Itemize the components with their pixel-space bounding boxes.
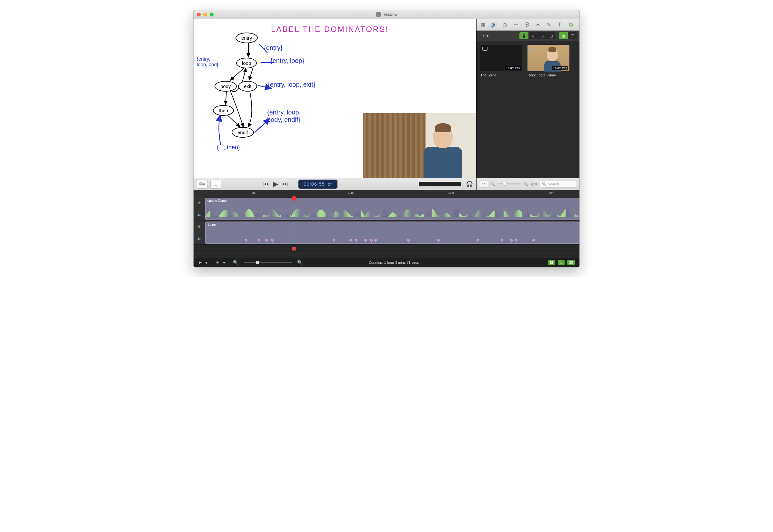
track-header[interactable]: 👁🔈 bbox=[193, 197, 205, 221]
annot-then: {..., then} bbox=[217, 144, 240, 151]
timeline-marker[interactable] bbox=[332, 239, 335, 241]
timeline-marker[interactable] bbox=[271, 239, 273, 241]
gear-icon[interactable]: ⚙▾ bbox=[531, 182, 537, 187]
eye-icon[interactable]: 👁 bbox=[197, 225, 201, 229]
timeline-marker[interactable] bbox=[245, 239, 247, 241]
forward-button[interactable]: ⏭ bbox=[282, 181, 288, 187]
timeline-marker[interactable] bbox=[515, 239, 518, 241]
picture-in-picture[interactable] bbox=[363, 113, 476, 178]
timeline-marker[interactable] bbox=[355, 239, 357, 241]
media-item-title: The Spine bbox=[481, 73, 522, 77]
timeline-marker[interactable] bbox=[510, 239, 513, 241]
timeline-marker[interactable] bbox=[258, 239, 260, 241]
titlebar[interactable]: lesson5 bbox=[193, 10, 580, 19]
zoom-out-icon[interactable]: 🔍 bbox=[233, 260, 238, 265]
timeline-marker[interactable] bbox=[437, 239, 440, 241]
track-row[interactable]: 👁🔈 Spine bbox=[193, 221, 580, 245]
timeline-zoom-slider[interactable] bbox=[243, 262, 292, 263]
display-icon[interactable]: ▭ bbox=[513, 22, 519, 28]
timeline[interactable]: 5m 10m 15m 20m 👁🔈 cubate Camo bbox=[193, 190, 580, 258]
magnify-in-icon[interactable]: 🔍 bbox=[523, 182, 528, 186]
filter-button[interactable]: ⧩ bbox=[479, 181, 488, 188]
speaker-icon[interactable]: 🔈 bbox=[197, 236, 202, 241]
rewind-button[interactable]: ⏮ bbox=[263, 181, 269, 187]
tab-music[interactable]: ♫ bbox=[529, 32, 538, 39]
link-icon[interactable]: ⚯ bbox=[535, 22, 541, 28]
media-item[interactable]: 1h 3m 21s Reincubate Camo bbox=[528, 45, 570, 174]
monitor-icon bbox=[530, 47, 535, 51]
media-browser[interactable]: 1h 3m 21s The Spine 1h 3m 21s Reincubate… bbox=[477, 41, 580, 178]
search-icon: 🔍 bbox=[542, 182, 547, 186]
zoom-in-icon[interactable]: 🔍 bbox=[297, 260, 302, 265]
timeline-ruler[interactable]: 5m 10m 15m 20m bbox=[193, 190, 580, 197]
pencil-icon[interactable]: ✎ bbox=[546, 22, 552, 28]
view-list-button[interactable]: ☰ bbox=[568, 32, 577, 39]
effects-icon[interactable]: ⧉ bbox=[568, 22, 574, 28]
timeline-tracks[interactable]: 👁🔈 cubate Camo 👁🔈 Spine bbox=[193, 197, 580, 251]
speaker-icon[interactable]: 🔈 bbox=[197, 212, 202, 217]
timeline-clip[interactable]: cubate Camo bbox=[205, 198, 580, 220]
playhead[interactable] bbox=[294, 197, 294, 251]
timer-icon[interactable]: ◷ bbox=[502, 22, 508, 28]
whiteboard-heading: Label the dominators! bbox=[271, 25, 389, 34]
timeline-marker[interactable] bbox=[349, 239, 352, 241]
search-placeholder: Search bbox=[548, 182, 559, 186]
preview-canvas[interactable]: Label the dominators! bbox=[193, 19, 476, 178]
text-icon[interactable]: T bbox=[557, 22, 563, 28]
sidebar-toolbar: ▦ 🔊 ◷ ▭ ⦿ ⚯ ✎ T ⧉ bbox=[477, 19, 580, 31]
sidebar-tabs: ＋▾ 📱 ♫ ⊕ ⊞ ⊞ ☰ bbox=[477, 31, 580, 41]
monitor-icon bbox=[482, 47, 488, 51]
node-loop: loop bbox=[236, 58, 257, 68]
thumbnail-toggle[interactable]: 🖼 bbox=[548, 260, 555, 265]
timecode-display[interactable]: 00:06:55 27 bbox=[298, 180, 338, 189]
timeline-marker[interactable] bbox=[407, 239, 410, 241]
thumb-zoom-slider[interactable] bbox=[498, 183, 521, 184]
node-then: then bbox=[213, 105, 234, 116]
headphones-icon[interactable]: 🎧 bbox=[466, 181, 473, 188]
window-title-wrap: lesson5 bbox=[193, 12, 580, 17]
add-menu[interactable]: ▾ bbox=[223, 260, 225, 265]
timeline-marker[interactable] bbox=[532, 239, 535, 241]
view-grid-button[interactable]: ⊞ bbox=[559, 32, 568, 39]
timeline-marker[interactable] bbox=[501, 239, 503, 241]
record-screen-icon[interactable]: ▦ bbox=[480, 22, 486, 28]
timeline-marker[interactable] bbox=[370, 239, 372, 241]
timeline-marker[interactable] bbox=[374, 239, 377, 241]
node-body: body bbox=[214, 81, 237, 92]
play-button[interactable]: ▶ bbox=[273, 180, 278, 188]
add-media-button[interactable]: ＋▾ bbox=[479, 33, 491, 39]
annot-exit: {entry, loop, exit} bbox=[268, 81, 319, 88]
timeline-clip[interactable]: Spine bbox=[205, 222, 580, 244]
svg-line-1 bbox=[230, 68, 244, 80]
timeline-marker[interactable] bbox=[477, 239, 479, 241]
pointer-menu[interactable]: ▾ bbox=[205, 260, 207, 265]
window-title: lesson5 bbox=[382, 12, 397, 17]
svg-line-2 bbox=[249, 68, 253, 80]
tab-web[interactable]: ⊕ bbox=[538, 32, 547, 39]
duration-label: Duration: 1 hour 3 mins 21 secs bbox=[369, 261, 419, 264]
timeline-marker[interactable] bbox=[265, 239, 268, 241]
magnify-out-icon[interactable]: 🔍 bbox=[491, 182, 496, 186]
crop-button[interactable]: ⟂ bbox=[210, 180, 221, 189]
media-item[interactable]: 1h 3m 21s The Spine bbox=[481, 45, 522, 174]
svg-line-4 bbox=[227, 115, 240, 127]
eye-icon[interactable]: 👁 bbox=[197, 201, 201, 205]
layout-button[interactable]: ⧉» bbox=[197, 180, 208, 189]
transport-bar: ⧉» ⟂ ⏮ ▶ ⏭ 00:06:55 27 🎧 bbox=[193, 178, 476, 190]
ruler-tick: 10m bbox=[348, 191, 353, 194]
add-button[interactable]: ＋ bbox=[215, 260, 220, 265]
tab-mobile[interactable]: 📱 bbox=[520, 32, 529, 39]
pointer-tool[interactable]: ➤ bbox=[198, 260, 202, 265]
track-row[interactable]: 👁🔈 cubate Camo bbox=[193, 197, 580, 221]
timeline-marker[interactable] bbox=[364, 239, 367, 241]
ruler-tick: 20m bbox=[549, 191, 554, 194]
fps-badge[interactable]: 30 bbox=[567, 260, 575, 265]
track-header[interactable]: 👁🔈 bbox=[193, 221, 205, 244]
audio-icon[interactable]: 🔊 bbox=[491, 22, 497, 28]
tab-grid[interactable]: ⊞ bbox=[547, 32, 556, 39]
cursor-icon[interactable]: ⦿ bbox=[524, 22, 530, 28]
timeline-scrollbar[interactable] bbox=[193, 251, 580, 258]
search-input[interactable]: 🔍 Search bbox=[540, 181, 577, 188]
annot-body-loop: {entry, loop, bod} bbox=[197, 56, 219, 67]
snap-toggle[interactable]: ⊂ bbox=[558, 260, 565, 265]
